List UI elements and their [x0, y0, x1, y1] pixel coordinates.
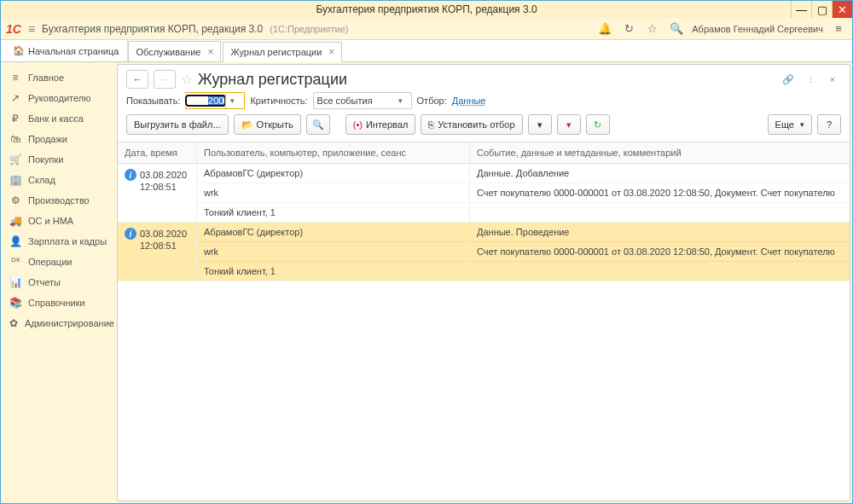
window-title: Бухгалтерия предприятия КОРП, редакция 3…	[316, 3, 537, 15]
sidebar-label: ОС и НМА	[28, 216, 73, 226]
favorite-icon[interactable]: ☆	[181, 72, 193, 88]
sidebar-icon: ᴰᴷ	[9, 256, 21, 268]
sidebar-label: Продажи	[28, 134, 67, 144]
sidebar-item-7[interactable]: 🚚ОС и НМА	[1, 211, 117, 231]
sidebar-icon: 🚚	[9, 215, 21, 227]
sidebar-item-3[interactable]: 🛍Продажи	[1, 129, 117, 149]
more-button[interactable]: Еще▾	[768, 114, 812, 135]
star-icon[interactable]: ☆	[644, 22, 661, 35]
tab-label: Журнал регистрации	[230, 47, 322, 57]
col-user[interactable]: Пользователь, компьютер, приложение, сеа…	[196, 142, 469, 163]
search-button[interactable]: 🔍	[306, 114, 330, 135]
funnel-x-icon: ▾	[566, 119, 572, 130]
forward-button[interactable]: →	[154, 70, 176, 89]
sidebar-icon: 📊	[9, 276, 21, 288]
tab-home[interactable]: 🏠 Начальная страница	[4, 40, 128, 61]
cell-event: Данные. ПроведениеСчет покупателю 0000-0…	[469, 223, 850, 281]
log-table: Дата, время Пользователь, компьютер, при…	[118, 142, 850, 501]
table-row[interactable]: i03.08.202012:08:51АбрамовГС (директор)w…	[118, 223, 850, 281]
funnel-icon: ▾	[537, 119, 543, 130]
sidebar-item-2[interactable]: ₽Банк и касса	[1, 108, 117, 129]
menu-icon[interactable]: ≡	[28, 22, 35, 36]
export-button[interactable]: Выгрузить в файл...	[126, 114, 229, 135]
back-button[interactable]: ←	[126, 70, 148, 89]
close-panel-icon[interactable]: ×	[824, 71, 841, 88]
sidebar-item-6[interactable]: ⚙Производство	[1, 190, 117, 211]
info-icon: i	[125, 228, 136, 240]
crit-label: Критичность:	[250, 96, 307, 106]
sidebar-item-5[interactable]: 🏢Склад	[1, 170, 117, 190]
minimize-button[interactable]: —	[791, 1, 811, 18]
funnel-clear-button[interactable]: ▾	[557, 114, 581, 135]
open-button[interactable]: 📂Открыть	[234, 114, 301, 135]
user-name[interactable]: Абрамов Геннадий Сергеевич	[692, 24, 823, 34]
close-icon[interactable]: ×	[207, 46, 213, 58]
sidebar-item-10[interactable]: 📊Отчеты	[1, 272, 117, 293]
refresh-button[interactable]: ↻	[586, 114, 610, 135]
app-subtitle: (1С:Предприятие)	[270, 24, 348, 34]
cell-user: АбрамовГС (директор)wrkТонкий клиент, 1	[196, 223, 469, 281]
table-row[interactable]: i03.08.202012:08:51АбрамовГС (директор)w…	[118, 164, 850, 223]
link-icon[interactable]: 🔗	[780, 71, 797, 88]
tab-home-label: Начальная страница	[28, 46, 119, 56]
info-icon: i	[125, 169, 136, 181]
sidebar-label: Руководителю	[28, 93, 90, 103]
col-event[interactable]: Событие, данные и метаданные, комментари…	[469, 142, 850, 163]
close-button[interactable]: ✕	[832, 1, 852, 18]
sidebar-label: Склад	[28, 175, 55, 185]
sidebar-item-8[interactable]: 👤Зарплата и кадры	[1, 231, 117, 252]
sidebar-icon: 📚	[9, 297, 21, 309]
help-button[interactable]: ?	[817, 114, 841, 135]
sidebar-label: Производство	[28, 195, 90, 206]
col-datetime[interactable]: Дата, время	[118, 142, 196, 163]
sidebar-item-9[interactable]: ᴰᴷОперации	[1, 252, 117, 272]
sidebar-label: Банк и касса	[28, 113, 84, 124]
cell-user: АбрамовГС (директор)wrkТонкий клиент, 1	[196, 164, 469, 222]
history-icon[interactable]: ↻	[620, 22, 637, 35]
tab-bar: 🏠 Начальная страница Обслуживание × Журн…	[1, 40, 852, 62]
main-panel: ← → ☆ Журнал регистрации 🔗 ⋮ × Показыват…	[117, 64, 850, 501]
sidebar-label: Операции	[28, 257, 72, 267]
home-icon: 🏠	[13, 45, 25, 56]
search-icon[interactable]: 🔍	[668, 22, 685, 35]
dropdown-icon[interactable]: ▾	[394, 93, 408, 108]
filter-icon: ⎘	[428, 119, 434, 130]
dropdown-icon[interactable]: ▾	[225, 93, 239, 108]
tab-event-log[interactable]: Журнал регистрации ×	[223, 42, 342, 62]
sidebar-label: Главное	[28, 72, 64, 83]
logo-1c: 1C	[6, 22, 21, 36]
otbor-label: Отбор:	[417, 96, 447, 106]
filter-link[interactable]: Данные	[452, 96, 486, 106]
sidebar-label: Отчеты	[28, 277, 61, 287]
funnel-button[interactable]: ▾	[528, 114, 552, 135]
bell-icon[interactable]: 🔔	[596, 22, 613, 35]
sidebar-icon: 👤	[9, 235, 21, 247]
page-title: Журнал регистрации	[198, 71, 347, 89]
show-count-input[interactable]: ▾	[185, 92, 245, 109]
sidebar-label: Покупки	[28, 154, 63, 165]
more-icon[interactable]: ⋮	[802, 71, 819, 88]
sidebar-label: Зарплата и кадры	[28, 236, 107, 246]
show-label: Показывать:	[126, 96, 180, 106]
sidebar-item-0[interactable]: ≡Главное	[1, 67, 117, 88]
sidebar-item-11[interactable]: 📚Справочники	[1, 293, 117, 313]
interval-icon: (•)	[353, 119, 363, 130]
tab-label: Обслуживание	[136, 47, 200, 57]
criticality-select[interactable]: Все события ▾	[313, 92, 412, 109]
settings-icon[interactable]: ≡	[830, 22, 847, 35]
window-titlebar: Бухгалтерия предприятия КОРП, редакция 3…	[1, 1, 852, 18]
sidebar-icon: ↗	[9, 92, 21, 104]
show-count-field[interactable]	[186, 96, 225, 106]
interval-button[interactable]: (•)Интервал	[345, 114, 416, 135]
sidebar-icon: 🛍	[9, 133, 21, 145]
tab-maintenance[interactable]: Обслуживание ×	[128, 41, 221, 61]
set-filter-button[interactable]: ⎘Установить отбор	[421, 114, 522, 135]
close-icon[interactable]: ×	[328, 46, 334, 58]
refresh-icon: ↻	[594, 119, 601, 130]
folder-icon: 📂	[241, 119, 253, 130]
sidebar-item-4[interactable]: 🛒Покупки	[1, 149, 117, 170]
cell-datetime: 03.08.202012:08:51	[140, 169, 187, 217]
sidebar-item-1[interactable]: ↗Руководителю	[1, 88, 117, 108]
maximize-button[interactable]: ▢	[811, 1, 832, 18]
sidebar-item-12[interactable]: ✿Администрирование	[1, 313, 117, 333]
